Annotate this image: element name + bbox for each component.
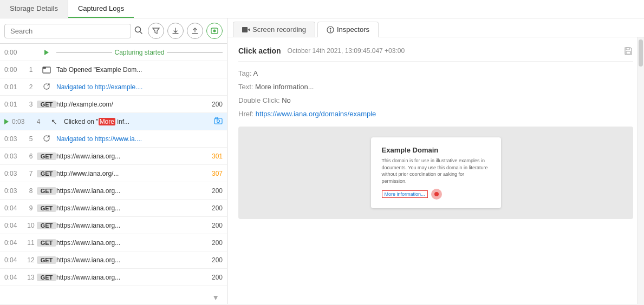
log-time-11: 0:04	[4, 239, 23, 247]
website-card: Example Domain This domain is for use in…	[371, 137, 501, 208]
click-action-title: Click action	[238, 47, 281, 55]
tag-value-text: A	[253, 69, 258, 77]
screen-recording-icon	[242, 27, 250, 32]
log-row-9[interactable]: 0:04 9 GET https://www.iana.org... 200	[0, 200, 227, 217]
inspector-timestamp: October 14th 2021, 13:09:45.047 +03:00	[288, 47, 405, 55]
more-link[interactable]: More information...	[382, 190, 428, 198]
log-time-3: 0:01	[4, 101, 23, 108]
record-icon	[211, 27, 218, 35]
tab-inspectors[interactable]: Inspectors	[317, 22, 379, 37]
log-row-5[interactable]: 0:03 5 Navigated to https://www.ia....	[0, 130, 227, 148]
svg-rect-6	[43, 67, 46, 69]
save-icon[interactable]	[623, 46, 633, 56]
log-time-8: 0:03	[4, 187, 23, 195]
screenshot-icon-cell	[214, 117, 223, 126]
log-method-8: GET	[37, 187, 56, 195]
search-icon	[134, 26, 142, 34]
log-row-8[interactable]: 0:03 8 GET https://www.iana.org... 200	[0, 182, 227, 200]
log-desc-13: https://www.iana.org...	[56, 274, 207, 281]
field-text: Text: More information...	[238, 83, 633, 91]
log-icon-4: ↖	[47, 117, 62, 126]
log-desc-8: https://www.iana.org...	[56, 187, 207, 195]
inspector-header: Click action October 14th 2021, 13:09:45…	[238, 46, 633, 62]
svg-line-1	[140, 32, 142, 34]
log-time-1: 0:00	[4, 66, 23, 74]
log-time-10: 0:04	[4, 222, 23, 229]
log-desc-2: Navigated to http://example....	[56, 83, 223, 91]
log-desc-12: https://www.iana.org...	[56, 256, 207, 264]
log-desc-1: Tab Opened "Example Dom...	[56, 66, 223, 74]
website-card-desc: This domain is for use in illustrative e…	[382, 157, 490, 184]
field-tag: Tag: A	[238, 69, 633, 77]
log-method-10: GET	[37, 222, 56, 229]
log-row-7[interactable]: 0:03 7 GET http://www.iana.org/... 307	[0, 165, 227, 182]
log-row-3[interactable]: 0:01 3 GET http://example.com/ 200	[0, 96, 227, 113]
log-row-6[interactable]: 0:03 6 GET https://www.iana.org... 301	[0, 148, 227, 165]
capturing-started-label: Capturing started	[114, 49, 164, 56]
log-index-3: 3	[25, 101, 37, 108]
field-double-click: Double Click: No	[238, 96, 633, 104]
field-href: Href: https://www.iana.org/domains/examp…	[238, 110, 633, 118]
tag-label: Tag:	[238, 69, 252, 77]
text-label: Text:	[238, 83, 253, 91]
svg-rect-10	[243, 27, 248, 32]
log-row-2[interactable]: 0:01 2 Navigated to http://example....	[0, 78, 227, 96]
search-button[interactable]	[134, 26, 142, 36]
log-icon-11: GET	[39, 239, 54, 247]
log-status-11: 200	[212, 239, 223, 247]
log-index-8: 8	[25, 187, 37, 195]
inspector-area: Click action October 14th 2021, 13:09:45…	[227, 37, 644, 304]
log-list: 0:00 Capturing started 0:00 1	[0, 44, 227, 286]
record-icon-btn[interactable]	[206, 23, 223, 39]
log-icon-12: GET	[39, 256, 54, 264]
search-input[interactable]	[4, 24, 131, 38]
log-list-container: 0:00 Capturing started 0:00 1	[0, 44, 227, 304]
download-icon-btn[interactable]	[167, 23, 184, 39]
screen-recording-label: Screen recording	[252, 25, 306, 34]
href-link[interactable]: https://www.iana.org/domains/example	[256, 110, 376, 118]
log-icon-6: GET	[39, 152, 54, 160]
href-label: Href:	[238, 110, 253, 118]
log-method-11: GET	[37, 239, 56, 247]
left-panel: 0:00 Capturing started 0:00 1	[0, 18, 227, 304]
svg-rect-15	[626, 48, 629, 50]
scroll-down-arrow[interactable]: ▼	[212, 293, 219, 302]
double-click-value-text: No	[282, 96, 291, 104]
log-status-13: 200	[212, 274, 223, 281]
tab-captured-logs[interactable]: Captured Logs	[68, 0, 134, 18]
log-row-13[interactable]: 0:04 13 GET https://www.iana.org... 200	[0, 269, 227, 286]
log-desc-11: https://www.iana.org...	[56, 239, 207, 247]
log-method-7: GET	[37, 170, 56, 177]
log-row-10[interactable]: 0:04 10 GET https://www.iana.org... 200	[0, 217, 227, 234]
log-row-1[interactable]: 0:00 1 Tab Opened "Example Dom...	[0, 61, 227, 78]
filter-icon	[152, 27, 160, 35]
svg-point-13	[330, 28, 331, 29]
navigate-icon	[42, 83, 51, 91]
svg-marker-2	[153, 28, 159, 34]
right-scrollbar-track[interactable]	[638, 37, 644, 304]
log-index-4: 4	[32, 118, 44, 125]
svg-point-4	[213, 30, 216, 32]
tab-screen-recording[interactable]: Screen recording	[233, 22, 315, 37]
log-index-2: 2	[25, 83, 37, 91]
log-row-12[interactable]: 0:04 12 GET https://www.iana.org... 200	[0, 251, 227, 269]
log-desc-5: Navigated to https://www.ia....	[56, 135, 223, 143]
cap-line-right	[167, 52, 223, 52]
log-index-10: 10	[25, 222, 37, 229]
log-time-9: 0:04	[4, 204, 23, 212]
log-row-4[interactable]: 0:03 4 ↖ Clicked on "More inf...	[0, 113, 227, 130]
screenshot-icon[interactable]	[214, 117, 223, 124]
log-icon-3: GET	[39, 101, 54, 108]
filter-icon-btn[interactable]	[148, 23, 164, 39]
log-desc-10: https://www.iana.org...	[56, 222, 207, 229]
upload-icon-btn[interactable]	[187, 23, 203, 39]
log-icon-9: GET	[39, 204, 54, 212]
log-desc-6: https://www.iana.org...	[56, 152, 207, 160]
log-status-6: 301	[212, 152, 223, 160]
tab-storage-details[interactable]: Storage Details	[0, 0, 68, 18]
log-index-11: 11	[25, 239, 37, 247]
log-method-3: GET	[37, 101, 56, 108]
log-status-9: 200	[212, 204, 223, 212]
cursor-icon: ↖	[51, 117, 57, 126]
log-row-11[interactable]: 0:04 11 GET https://www.iana.org... 200	[0, 234, 227, 251]
